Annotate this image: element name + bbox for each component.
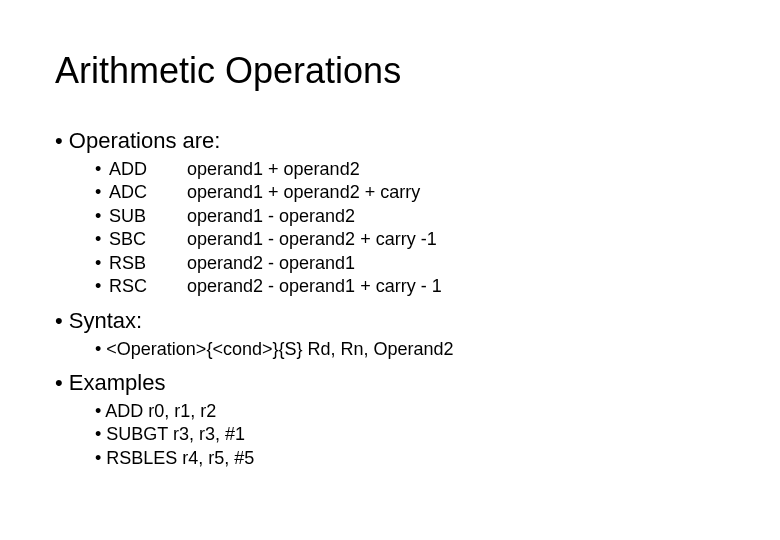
example-item: RSBLES r4, r5, #5 — [95, 447, 725, 470]
op-mnemonic: RSC — [109, 275, 187, 298]
op-desc: operand1 + operand2 — [187, 158, 725, 181]
bullet-icon: • — [95, 228, 109, 251]
op-row: • RSC operand2 - operand1 + carry - 1 — [95, 275, 725, 298]
example-item: ADD r0, r1, r2 — [95, 400, 725, 423]
op-mnemonic: ADC — [109, 181, 187, 204]
example-item: SUBGT r3, r3, #1 — [95, 423, 725, 446]
op-row: • RSB operand2 - operand1 — [95, 252, 725, 275]
op-desc: operand2 - operand1 + carry - 1 — [187, 275, 725, 298]
op-mnemonic: SBC — [109, 228, 187, 251]
bullet-icon: • — [95, 158, 109, 181]
op-desc: operand1 + operand2 + carry — [187, 181, 725, 204]
op-row: • ADD operand1 + operand2 — [95, 158, 725, 181]
syntax-line: <Operation>{<cond>}{S} Rd, Rn, Operand2 — [95, 338, 725, 361]
op-desc: operand1 - operand2 — [187, 205, 725, 228]
examples-heading: Examples — [55, 370, 725, 396]
op-mnemonic: RSB — [109, 252, 187, 275]
bullet-icon: • — [95, 205, 109, 228]
slide: Arithmetic Operations Operations are: • … — [0, 0, 780, 500]
op-desc: operand1 - operand2 + carry -1 — [187, 228, 725, 251]
op-desc: operand2 - operand1 — [187, 252, 725, 275]
op-mnemonic: SUB — [109, 205, 187, 228]
op-row: • SBC operand1 - operand2 + carry -1 — [95, 228, 725, 251]
bullet-icon: • — [95, 181, 109, 204]
op-row: • ADC operand1 + operand2 + carry — [95, 181, 725, 204]
syntax-heading: Syntax: — [55, 308, 725, 334]
operations-heading: Operations are: — [55, 128, 725, 154]
op-mnemonic: ADD — [109, 158, 187, 181]
bullet-icon: • — [95, 275, 109, 298]
slide-title: Arithmetic Operations — [55, 50, 725, 92]
bullet-icon: • — [95, 252, 109, 275]
operations-table: • ADD operand1 + operand2 • ADC operand1… — [95, 158, 725, 298]
op-row: • SUB operand1 - operand2 — [95, 205, 725, 228]
